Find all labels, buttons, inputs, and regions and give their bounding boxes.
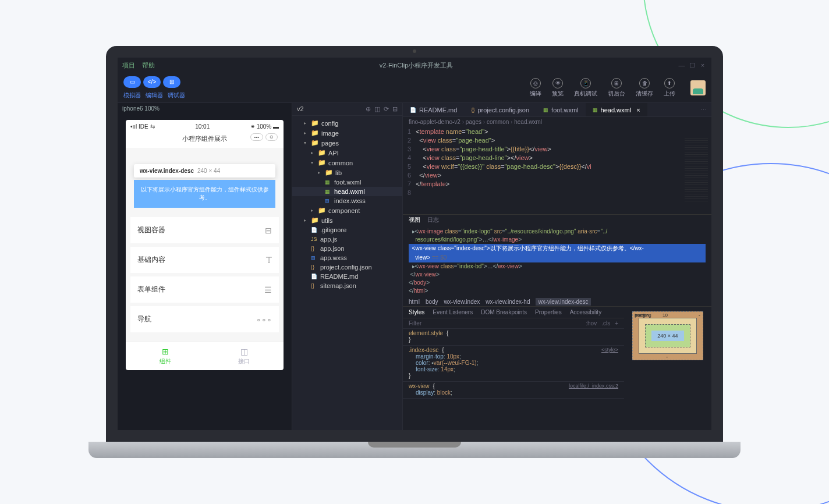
tree-item-component[interactable]: ▸📁component xyxy=(292,205,402,215)
inspected-element[interactable]: 以下将展示小程序官方组件能力，组件样式仅供参考。 xyxy=(134,180,275,208)
devtools-tab-log[interactable]: 日志 xyxy=(427,216,439,224)
cls-toggle[interactable]: .cls xyxy=(601,320,610,326)
editor-tab-foot-wxml[interactable]: ▦foot.wxml xyxy=(536,103,585,116)
editor-pill[interactable]: </> xyxy=(143,76,161,88)
editor-label: 编辑器 xyxy=(146,91,163,100)
components-icon: ⊞ xyxy=(126,347,205,356)
sim-battery: ⁕ 100% ▬ xyxy=(250,123,279,130)
sim-close-button[interactable]: ⊙ xyxy=(265,133,278,141)
file-icon: 📄 xyxy=(311,227,318,233)
list-item[interactable]: 表单组件☰ xyxy=(130,276,279,303)
tree-item-common[interactable]: ▾📁common xyxy=(292,158,402,168)
tree-item-lib[interactable]: ▸📁lib xyxy=(292,168,402,178)
sim-menu-button[interactable]: ••• xyxy=(250,133,263,141)
dom-crumb-segment[interactable]: wx-view.index-hd xyxy=(486,299,530,305)
tree-item-head-wxml[interactable]: ▦head.wxml xyxy=(292,187,402,196)
editor-tab-head-wxml[interactable]: ▦head.wxml× xyxy=(586,103,647,116)
menu-help[interactable]: 帮助 xyxy=(142,61,155,70)
avatar[interactable] xyxy=(690,80,706,95)
tree-item-app-json[interactable]: {}app.json xyxy=(292,244,402,253)
sim-tab-api[interactable]: ◫接口 xyxy=(205,342,284,370)
tree-item-utils[interactable]: ▸📁utils xyxy=(292,215,402,225)
tree-item-config[interactable]: ▸📁config xyxy=(292,118,402,128)
text-icon: 𝕋 xyxy=(266,255,272,265)
tree-item-README-md[interactable]: 📄README.md xyxy=(292,272,402,281)
close-tab-icon[interactable]: × xyxy=(636,107,640,113)
editor-panel: 📄README.md{}project.config.json▦foot.wxm… xyxy=(403,103,711,430)
breadcrumb-segment[interactable]: head.wxml xyxy=(514,119,542,125)
background-button[interactable]: ⊞切后台 xyxy=(608,78,625,98)
dom-crumb-segment[interactable]: html xyxy=(409,299,420,305)
simulator-pill[interactable]: ▭ xyxy=(123,76,141,88)
add-rule-button[interactable]: + xyxy=(615,320,618,326)
file-type-icon: 📄 xyxy=(410,107,416,113)
tree-item-API[interactable]: ▸📁API xyxy=(292,148,402,158)
minimap[interactable] xyxy=(685,138,708,202)
compile-button[interactable]: ◎编译 xyxy=(530,78,541,98)
tree-item-foot-wxml[interactable]: ▦foot.wxml xyxy=(292,178,402,187)
hov-toggle[interactable]: :hov xyxy=(586,320,597,326)
nav-icon: ∘∘∘ xyxy=(256,315,272,324)
window-title: v2-FinClip小程序开发工具 xyxy=(380,61,454,70)
editor-tab-README-md[interactable]: 📄README.md xyxy=(403,103,464,116)
project-root[interactable]: v2 xyxy=(297,105,304,113)
form-icon: ☰ xyxy=(264,285,272,294)
sim-time: 10:01 xyxy=(195,123,210,130)
refresh-icon[interactable]: ⟳ xyxy=(384,105,389,113)
simulator-panel: iphone6 100% •ııl IDE ⇆ 10:01 ⁕ 100% ▬ 小… xyxy=(118,103,292,430)
sim-tab-components[interactable]: ⊞组件 xyxy=(126,342,205,370)
tree-item-index-wxss[interactable]: ⊞index.wxss xyxy=(292,196,402,205)
new-file-icon[interactable]: ⊕ xyxy=(366,105,371,113)
minimize-button[interactable]: — xyxy=(678,62,686,69)
inspect-tooltip: wx-view.index-desc240 × 44 xyxy=(134,164,275,178)
tree-item-image[interactable]: ▸📁image xyxy=(292,128,402,138)
code-editor[interactable]: 12345678 <template name="head"> <view cl… xyxy=(403,127,711,214)
styles-filter[interactable]: Filter xyxy=(409,320,421,326)
folder-icon: 📁 xyxy=(311,119,319,127)
styles-tab-properties[interactable]: Properties xyxy=(535,309,562,315)
dom-crumb-segment[interactable]: wx-view.index-desc xyxy=(536,298,590,306)
styles-tab-event-listeners[interactable]: Event Listeners xyxy=(433,309,473,315)
dom-crumb-segment[interactable]: body xyxy=(426,299,438,305)
file-icon: {} xyxy=(311,246,318,251)
file-icon: 📄 xyxy=(311,274,318,279)
debugger-pill[interactable]: ⊞ xyxy=(163,76,180,88)
tree-item--gitignore[interactable]: 📄.gitignore xyxy=(292,225,402,235)
list-item[interactable]: 视图容器⊟ xyxy=(130,217,279,243)
styles-tab-dom-breakpoints[interactable]: DOM Breakpoints xyxy=(481,309,527,315)
tree-item-app-wxss[interactable]: ⊞app.wxss xyxy=(292,253,402,262)
folder-icon: 📁 xyxy=(318,207,326,214)
sim-status: iphone6 100% xyxy=(118,103,292,114)
box-model: margin 10 border - padding - 240 × 4 xyxy=(624,307,711,430)
file-icon: ▦ xyxy=(325,179,332,185)
tree-item-pages[interactable]: ▾📁pages xyxy=(292,138,402,148)
breadcrumb-segment[interactable]: pages xyxy=(466,119,487,125)
list-item[interactable]: 基础内容𝕋 xyxy=(130,247,279,273)
preview-button[interactable]: 👁预览 xyxy=(552,78,564,98)
collapse-icon[interactable]: ⊟ xyxy=(392,105,398,113)
editor-tab-project-config-json[interactable]: {}project.config.json xyxy=(464,103,536,116)
maximize-button[interactable]: ☐ xyxy=(688,62,696,69)
tabs-overflow-button[interactable]: ⋯ xyxy=(696,103,711,116)
styles-tab-accessibility[interactable]: Accessibility xyxy=(570,309,601,315)
upload-button[interactable]: ⬆上传 xyxy=(664,78,675,98)
file-type-icon: ▦ xyxy=(593,107,598,113)
new-folder-icon[interactable]: ◫ xyxy=(374,105,380,113)
menu-project[interactable]: 项目 xyxy=(122,61,135,70)
file-icon: ⊞ xyxy=(311,255,318,261)
breadcrumb-segment[interactable]: common xyxy=(487,119,514,125)
devtools-tab-view[interactable]: 视图 xyxy=(409,216,420,224)
remote-debug-button[interactable]: 📱真机调试 xyxy=(574,78,597,98)
tree-item-app-js[interactable]: JSapp.js xyxy=(292,235,402,244)
clear-cache-button[interactable]: 🗑清缓存 xyxy=(636,78,653,98)
styles-tab-styles[interactable]: Styles xyxy=(409,309,424,315)
dom-panel[interactable]: ▸<wx-image class="index-logo" src="../re… xyxy=(403,225,711,297)
close-button[interactable]: × xyxy=(699,62,707,69)
view-container-icon: ⊟ xyxy=(265,226,272,235)
tree-item-project-config-json[interactable]: {}project.config.json xyxy=(292,262,402,272)
dom-crumb-segment[interactable]: wx-view.index xyxy=(444,299,480,305)
tree-item-sitemap-json[interactable]: {}sitemap.json xyxy=(292,281,402,290)
list-item[interactable]: 导航∘∘∘ xyxy=(130,306,279,332)
breadcrumb-segment[interactable]: fino-applet-demo-v2 xyxy=(409,119,466,125)
folder-icon: 📁 xyxy=(318,149,326,157)
